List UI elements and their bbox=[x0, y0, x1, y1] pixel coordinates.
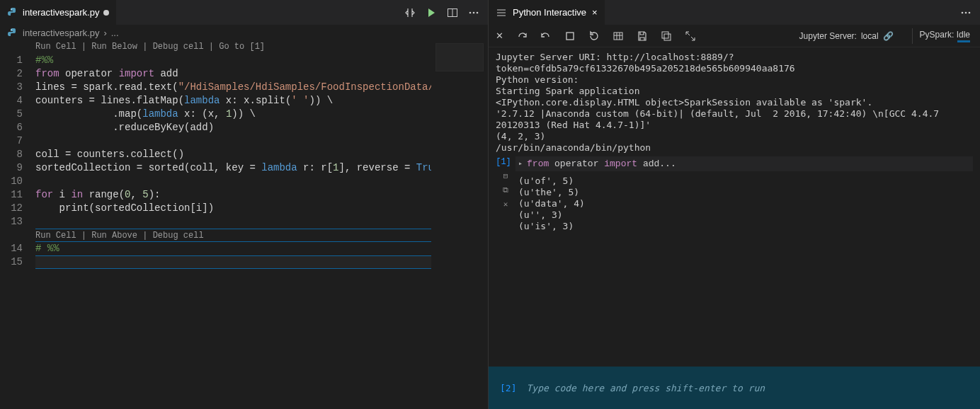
svg-point-6 bbox=[11, 29, 11, 30]
repl-prompt: [2] bbox=[500, 383, 516, 393]
line-number-gutter: 1 2 3 4 5 6 7 8 9 10 11 12 13 14 15 bbox=[0, 40, 35, 409]
close-icon[interactable]: ✕ bbox=[496, 30, 503, 41]
close-icon[interactable]: × bbox=[592, 7, 598, 18]
svg-point-0 bbox=[11, 8, 11, 9]
python-file-icon bbox=[7, 26, 18, 38]
cell-input: from operator import add... bbox=[515, 156, 973, 171]
minimap[interactable] bbox=[431, 40, 488, 409]
save-icon[interactable] bbox=[637, 30, 648, 42]
code-lens-top[interactable]: Run Cell | Run Below | Debug cell | Go t… bbox=[35, 40, 488, 54]
compare-changes-icon[interactable] bbox=[404, 6, 416, 18]
cell-1: [1] ⊟ ⧉ ✕ from operator import add... (u… bbox=[496, 156, 973, 236]
pyspark-status[interactable]: PySpark: Idle bbox=[912, 28, 973, 44]
breadcrumb-file: interactivespark.py bbox=[23, 28, 99, 38]
code-lens-cell2[interactable]: Run Cell | Run Above | Debug cell bbox=[35, 229, 488, 242]
code-editor[interactable]: 1 2 3 4 5 6 7 8 9 10 11 12 13 14 15 Run … bbox=[0, 40, 488, 409]
dirty-indicator-icon bbox=[103, 10, 109, 16]
undo-icon[interactable] bbox=[540, 30, 552, 42]
editor-tab-bar: interactivespark.py bbox=[0, 0, 488, 25]
copy-icon[interactable]: ⧉ bbox=[503, 185, 508, 196]
breadcrumb-rest: ... bbox=[111, 28, 119, 38]
repl-placeholder: Type code here and press shift-enter to … bbox=[526, 383, 765, 393]
svg-rect-16 bbox=[664, 34, 671, 40]
svg-point-8 bbox=[965, 11, 967, 13]
code-content[interactable]: Run Cell | Run Below | Debug cell | Go t… bbox=[35, 40, 488, 409]
more-actions-icon[interactable] bbox=[952, 6, 980, 18]
collapse-icon[interactable]: ⊟ bbox=[503, 171, 508, 182]
svg-point-5 bbox=[477, 11, 479, 13]
svg-point-4 bbox=[473, 11, 475, 13]
svg-point-9 bbox=[969, 11, 971, 13]
pyspark-indicator-icon bbox=[957, 40, 970, 42]
svg-rect-15 bbox=[662, 32, 668, 38]
cell-gutter: [1] ⊟ ⧉ ✕ bbox=[496, 156, 515, 236]
restart-icon[interactable] bbox=[588, 30, 600, 42]
svg-point-7 bbox=[962, 11, 964, 13]
delete-icon[interactable]: ✕ bbox=[503, 199, 508, 210]
redo-icon[interactable] bbox=[516, 30, 528, 42]
interactive-toolbar: ✕ Jupyter Server: local 🔗 PySpark: Idle bbox=[489, 25, 980, 47]
link-icon: 🔗 bbox=[883, 31, 894, 41]
python-file-icon bbox=[7, 6, 18, 18]
breadcrumb[interactable]: interactivespark.py › ... bbox=[0, 25, 488, 40]
run-icon[interactable] bbox=[426, 6, 437, 18]
interactive-tab-bar: Python Interactive × bbox=[489, 0, 980, 25]
breadcrumb-separator: › bbox=[103, 28, 106, 38]
expand-cell-icon[interactable] bbox=[518, 158, 523, 170]
export-icon[interactable] bbox=[661, 30, 672, 42]
stop-icon[interactable] bbox=[564, 30, 576, 42]
interactive-icon bbox=[496, 6, 507, 18]
variables-icon[interactable] bbox=[612, 30, 624, 42]
svg-point-3 bbox=[469, 11, 472, 13]
editor-pane: interactivespark.py interactivespark.py … bbox=[0, 0, 489, 409]
interactive-tab[interactable]: Python Interactive × bbox=[489, 0, 605, 25]
editor-tab-actions bbox=[396, 6, 488, 18]
jupyter-server-status[interactable]: Jupyter Server: local 🔗 bbox=[797, 30, 896, 42]
svg-rect-11 bbox=[614, 33, 622, 40]
interactive-output[interactable]: Jupyter Server URI: http://localhost:888… bbox=[489, 47, 980, 367]
cell-output: (u'of', 5) (u'the', 5) (u'data', 4) (u''… bbox=[515, 171, 973, 236]
split-editor-icon[interactable] bbox=[447, 6, 458, 18]
repl-input[interactable]: [2] Type code here and press shift-enter… bbox=[489, 367, 980, 409]
more-actions-icon[interactable] bbox=[468, 6, 479, 18]
server-info-output: Jupyter Server URI: http://localhost:888… bbox=[496, 52, 973, 154]
tab-filename: interactivespark.py bbox=[23, 7, 99, 18]
editor-tab[interactable]: interactivespark.py bbox=[0, 0, 116, 25]
cell-label: [1] bbox=[496, 156, 515, 168]
expand-icon[interactable] bbox=[685, 30, 696, 42]
svg-rect-10 bbox=[566, 33, 574, 40]
interactive-pane: Python Interactive × ✕ Jupyter Server: l… bbox=[489, 0, 980, 409]
interactive-tab-title: Python Interactive bbox=[513, 7, 586, 18]
